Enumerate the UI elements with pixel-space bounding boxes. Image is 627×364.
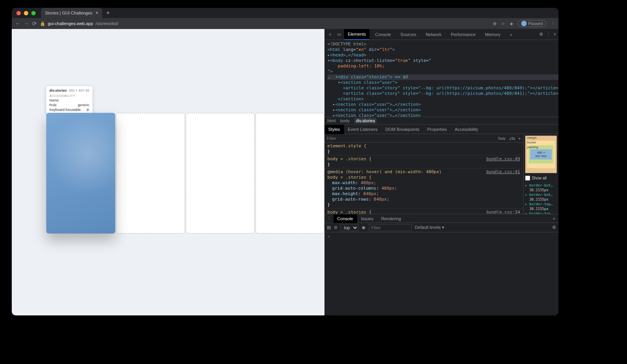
url-host: gui-challenges.web.app (48, 21, 93, 26)
box-model[interactable]: margin border padding 480 × 847.992 (525, 136, 557, 173)
styles-tabs: Styles Event Listeners DOM Breakpoints P… (324, 125, 558, 134)
tab-title: Stories | GUI Challenges (45, 11, 92, 15)
avatar-icon (521, 21, 527, 26)
devtools-tabs: ⟡ ▭ Elements Console Sources Network Per… (324, 29, 558, 40)
selected-dom-node[interactable]: … ▾<div class="stories"> == $0 (328, 74, 558, 80)
gear-icon[interactable]: ⚙ (539, 32, 543, 37)
clear-console-icon[interactable]: ⊘ (334, 225, 337, 230)
inspect-icon[interactable]: ⟡ (327, 32, 334, 37)
subtab-event-listeners[interactable]: Event Listeners (344, 125, 382, 134)
drawer-tabs: ⋮ Console Issues Rendering × (324, 214, 558, 223)
source-link[interactable]: bundle.css:41 (486, 169, 520, 175)
computed-row[interactable]: ▸ border-top… 30.2155px (525, 202, 557, 211)
new-tab-button[interactable]: + (102, 9, 110, 16)
search-icon[interactable]: ⊕ (493, 21, 497, 26)
drawer-menu-icon[interactable]: ⋮ (324, 216, 333, 221)
maximize-icon[interactable] (31, 11, 36, 15)
subtab-styles[interactable]: Styles (324, 125, 344, 134)
reload-icon[interactable]: ⟳ (32, 20, 37, 27)
eye-icon[interactable]: ◉ (362, 225, 366, 230)
inspect-tooltip: div.stories480 × 847.99 ACCESSIBILITY Na… (46, 86, 92, 114)
console-body[interactable]: › (324, 232, 558, 315)
window-controls (12, 11, 36, 15)
browser-window: Stories | GUI Challenges × + ← → ⟳ 🔒 gui… (12, 8, 558, 315)
new-rule-button[interactable]: + (518, 136, 521, 141)
tab-memory[interactable]: Memory (481, 29, 504, 40)
declaration[interactable]: grid-auto-rows: 848px; (328, 197, 520, 202)
close-tab-icon[interactable]: × (96, 10, 98, 16)
tab-performance[interactable]: Performance (447, 29, 480, 40)
crumb-body[interactable]: body (340, 118, 350, 123)
computed-row[interactable]: ▸ border-bot… 30.2155px (525, 192, 557, 202)
browser-tab[interactable]: Stories | GUI Challenges × (41, 8, 102, 18)
tab-network[interactable]: Network (422, 29, 445, 40)
extension-icon[interactable]: ◈ (510, 21, 513, 26)
tab-elements[interactable]: Elements (344, 29, 370, 40)
profile-paused[interactable]: Paused (518, 20, 546, 27)
tab-sources[interactable]: Sources (397, 29, 420, 40)
show-all-checkbox[interactable]: Show all (525, 176, 557, 181)
drawer-tab-rendering[interactable]: Rendering (377, 214, 405, 223)
back-icon[interactable]: ← (15, 20, 20, 27)
lock-icon: 🔒 (40, 21, 45, 26)
tab-console[interactable]: Console (371, 29, 395, 40)
story-card[interactable] (186, 113, 255, 234)
rule-selector[interactable]: element.style { (328, 143, 520, 149)
device-icon[interactable]: ▭ (335, 32, 342, 37)
tab-more[interactable]: » (506, 29, 516, 40)
computed-row[interactable]: ▸ border-top… 30.2155px (525, 211, 557, 214)
console-gear-icon[interactable]: ⚙ (552, 225, 556, 230)
console-prompt: › (328, 234, 330, 239)
console-toolbar: ▤ ⊘ top ◉ Default levels ▾ ⚙ (324, 223, 558, 232)
close-icon[interactable] (16, 11, 21, 15)
stories-container[interactable] (46, 113, 324, 234)
console-filter-input[interactable] (369, 224, 412, 231)
levels-dropdown[interactable]: Default levels ▾ (415, 225, 444, 230)
dom-tree[interactable]: <!DOCTYPE html> <html lang="en" dir="ltr… (324, 40, 558, 117)
source-link[interactable]: bundle.css:49 (486, 156, 520, 162)
close-drawer-icon[interactable]: × (550, 216, 558, 221)
close-devtools-icon[interactable]: × (554, 32, 556, 37)
bookmark-icon[interactable]: ☆ (501, 21, 505, 26)
drawer-tab-console[interactable]: Console (333, 214, 357, 223)
cls-toggle[interactable]: .cls (509, 136, 515, 141)
story-card[interactable] (116, 113, 185, 234)
declaration[interactable]: grid-auto-columns: 480px; (328, 186, 520, 191)
computed-pane: margin border padding 480 × 847.992 Show… (523, 134, 558, 214)
hov-toggle[interactable]: :hov (497, 136, 506, 141)
forward-icon[interactable]: → (24, 20, 29, 27)
story-card[interactable] (256, 113, 324, 234)
titlebar: Stories | GUI Challenges × + (12, 8, 558, 18)
subtab-dom-breakpoints[interactable]: DOM Breakpoints (381, 125, 423, 134)
styles-filter-input[interactable] (327, 136, 495, 141)
declaration[interactable]: max-height: 848px; (328, 191, 520, 197)
crumb-current[interactable]: div.stories (354, 118, 377, 123)
styles-pane[interactable]: :hov .cls + element.style {}bundle.css:4… (324, 134, 523, 214)
menu-icon[interactable]: ⋮ (551, 21, 555, 26)
console-sidebar-icon[interactable]: ▤ (327, 225, 331, 230)
context-select[interactable]: top (341, 224, 359, 231)
page-viewport: div.stories480 × 847.99 ACCESSIBILITY Na… (12, 29, 324, 315)
computed-row[interactable]: ▸ border-bot… 30.2155px (525, 183, 557, 192)
subtab-properties[interactable]: Properties (423, 125, 451, 134)
url-bar: ← → ⟳ 🔒 gui-challenges.web.app/stories/d… (12, 18, 558, 29)
subtab-accessibility[interactable]: Accessibility (451, 125, 482, 134)
devtools-panel: ⟡ ▭ Elements Console Sources Network Per… (324, 29, 558, 315)
source-link[interactable]: bundle.css:34 (486, 210, 520, 214)
breadcrumb: html body div.stories (324, 117, 558, 125)
url-field[interactable]: 🔒 gui-challenges.web.app/stories/dist/ (40, 21, 490, 26)
kebab-icon[interactable]: ⋮ (546, 32, 551, 37)
drawer-tab-issues[interactable]: Issues (357, 214, 377, 223)
story-card[interactable] (46, 113, 115, 234)
url-path: /stories/dist/ (96, 21, 119, 26)
minimize-icon[interactable] (24, 11, 28, 15)
declaration[interactable]: max-width: 480px; (328, 180, 520, 186)
crumb-html[interactable]: html (328, 118, 336, 123)
